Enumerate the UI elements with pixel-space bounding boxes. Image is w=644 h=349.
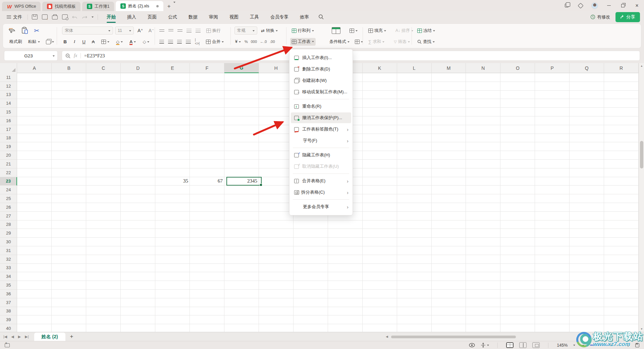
column-header-L[interactable]: L xyxy=(397,63,432,73)
cell-P18[interactable] xyxy=(535,134,570,143)
cell-A15[interactable] xyxy=(17,108,52,116)
cell-R13[interactable] xyxy=(604,91,639,99)
cell-N25[interactable] xyxy=(466,194,500,203)
cell-J28[interactable] xyxy=(328,220,363,229)
cell-Q24[interactable] xyxy=(570,186,604,194)
decrease-indent-icon[interactable] xyxy=(186,29,192,33)
menu-item[interactable]: 插入工作表(I)... xyxy=(289,52,353,63)
cell-N23[interactable] xyxy=(466,177,500,186)
cell-C14[interactable] xyxy=(86,99,121,108)
cell-G34[interactable] xyxy=(224,272,259,281)
cell-Q18[interactable] xyxy=(570,134,604,143)
cell-H15[interactable] xyxy=(259,108,293,116)
cell-A34[interactable] xyxy=(17,272,52,281)
font-size-select[interactable]: 11 xyxy=(115,27,134,35)
cell-F32[interactable] xyxy=(190,255,224,264)
cell-K40[interactable] xyxy=(363,324,397,332)
cell-P34[interactable] xyxy=(535,272,570,281)
cell-I38[interactable] xyxy=(293,307,328,316)
cell-H21[interactable] xyxy=(259,160,293,168)
column-header-C[interactable]: C xyxy=(86,63,121,73)
cell-L21[interactable] xyxy=(397,160,432,168)
cell-L13[interactable] xyxy=(397,91,432,99)
cell-I39[interactable] xyxy=(293,315,328,324)
column-header-N[interactable]: N xyxy=(466,63,500,73)
print-preview-icon[interactable] xyxy=(62,14,68,19)
cell-G33[interactable] xyxy=(224,264,259,272)
cell-F15[interactable] xyxy=(190,108,224,116)
cell-M20[interactable] xyxy=(432,151,466,160)
cell-K36[interactable] xyxy=(363,290,397,298)
row-header-38[interactable]: 38 xyxy=(0,307,17,316)
cell-C28[interactable] xyxy=(86,220,121,229)
cell-K22[interactable] xyxy=(363,168,397,177)
cell-R14[interactable] xyxy=(604,99,639,108)
cell-R30[interactable] xyxy=(604,238,639,246)
cell-O23[interactable] xyxy=(500,177,535,186)
menubar-item-审阅[interactable]: 审阅 xyxy=(208,12,219,22)
cell-G12[interactable] xyxy=(224,82,259,91)
menubar-item-会员专享[interactable]: 会员专享 xyxy=(269,12,290,22)
cell-Q26[interactable] xyxy=(570,203,604,212)
cell-K15[interactable] xyxy=(363,108,397,116)
cell-K11[interactable] xyxy=(363,73,397,82)
cell-E19[interactable] xyxy=(155,142,190,151)
cell-D35[interactable] xyxy=(121,281,155,290)
cell-N21[interactable] xyxy=(466,160,500,168)
cell-B25[interactable] xyxy=(52,194,86,203)
cell-F31[interactable] xyxy=(190,246,224,255)
cell-O25[interactable] xyxy=(500,194,535,203)
cell-E20[interactable] xyxy=(155,151,190,160)
cell-D12[interactable] xyxy=(121,82,155,91)
fill-button[interactable]: 填充 xyxy=(367,27,388,35)
cell-B34[interactable] xyxy=(52,272,86,281)
cell-F40[interactable] xyxy=(190,324,224,332)
cell-I30[interactable] xyxy=(293,238,328,246)
cell-O26[interactable] xyxy=(500,203,535,212)
cell-R26[interactable] xyxy=(604,203,639,212)
cell-G18[interactable] xyxy=(224,134,259,143)
row-header-37[interactable]: 37 xyxy=(0,298,17,307)
cell-C34[interactable] xyxy=(86,272,121,281)
cell-P12[interactable] xyxy=(535,82,570,91)
cell-A39[interactable] xyxy=(17,315,52,324)
cell-Q22[interactable] xyxy=(570,168,604,177)
cell-J35[interactable] xyxy=(328,281,363,290)
cell-R39[interactable] xyxy=(604,315,639,324)
cell-P33[interactable] xyxy=(535,264,570,272)
row-header-24[interactable]: 24 xyxy=(0,186,17,194)
menubar-item-工具[interactable]: 工具 xyxy=(249,12,260,22)
vertical-scrollbar[interactable]: ▲ ▼ xyxy=(639,63,644,332)
cell-C23[interactable] xyxy=(86,177,121,186)
cell-G15[interactable] xyxy=(224,108,259,116)
cell-N38[interactable] xyxy=(466,307,500,316)
cell-C11[interactable] xyxy=(86,73,121,82)
cell-L29[interactable] xyxy=(397,229,432,238)
cell-O17[interactable] xyxy=(500,125,535,134)
cell-K20[interactable] xyxy=(363,151,397,160)
first-sheet-icon[interactable]: |◀ xyxy=(3,335,7,339)
cell-M16[interactable] xyxy=(432,116,466,125)
cell-J38[interactable] xyxy=(328,307,363,316)
cell-N19[interactable] xyxy=(466,142,500,151)
cell-F27[interactable] xyxy=(190,212,224,220)
cell-M33[interactable] xyxy=(432,264,466,272)
cell-G20[interactable] xyxy=(224,151,259,160)
cell-A24[interactable] xyxy=(17,186,52,194)
horizontal-scrollbar[interactable]: ◀ ▶ xyxy=(386,336,637,338)
font-name-select[interactable]: 宋体 xyxy=(62,27,113,35)
cell-G37[interactable] xyxy=(224,298,259,307)
cell-M24[interactable] xyxy=(432,186,466,194)
cell-H20[interactable] xyxy=(259,151,293,160)
cell-O18[interactable] xyxy=(500,134,535,143)
zoom-out-button[interactable]: − xyxy=(581,342,584,348)
cell-K33[interactable] xyxy=(363,264,397,272)
paste-button[interactable]: 粘贴 xyxy=(26,38,42,46)
cell-A36[interactable] xyxy=(17,290,52,298)
search-icon[interactable] xyxy=(318,14,324,20)
cell-R12[interactable] xyxy=(604,82,639,91)
cell-N22[interactable] xyxy=(466,168,500,177)
cell-style-button[interactable] xyxy=(348,28,359,34)
cell-P17[interactable] xyxy=(535,125,570,134)
cell-G13[interactable] xyxy=(224,91,259,99)
